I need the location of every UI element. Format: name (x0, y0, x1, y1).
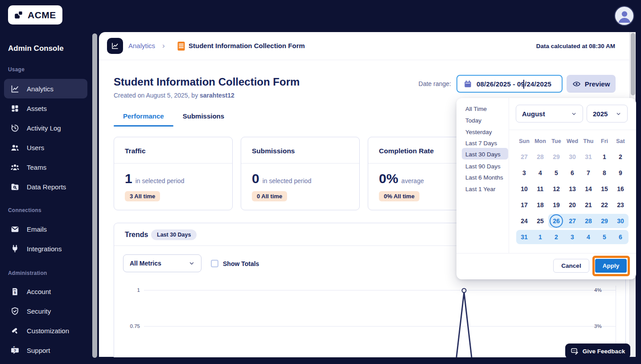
metrics-select[interactable]: All Metrics (123, 254, 201, 272)
tab-performance[interactable]: Performance (114, 109, 173, 127)
calendar-day[interactable]: 3 (516, 165, 532, 181)
calendar-day[interactable]: 31 (580, 149, 596, 165)
picker-divider (509, 130, 636, 130)
calendar-day[interactable]: 9 (612, 165, 629, 181)
calendar-day[interactable]: 14 (580, 181, 596, 197)
calendar-day[interactable]: 19 (548, 197, 564, 213)
breadcrumb-link-analytics[interactable]: Analytics (128, 42, 155, 49)
calendar-day[interactable]: 27 (516, 149, 532, 165)
sidebar-item-analytics[interactable]: Analytics (4, 79, 87, 98)
page-title: Student Information Collection Form (114, 76, 300, 88)
date-range-input[interactable]: 08/26/2025 - 09/24/2025 (456, 75, 563, 93)
calendar-day[interactable]: 11 (532, 181, 548, 197)
preset-last-90-days[interactable]: Last 90 Days (465, 163, 508, 170)
sidebar-item-account[interactable]: $ Account (4, 282, 87, 301)
right-axis-tick: 3% (594, 323, 602, 329)
sidebar-item-security[interactable]: Security (4, 301, 87, 321)
calendar-day[interactable]: 25 (532, 213, 548, 229)
calendar-day[interactable]: 20 (564, 197, 580, 213)
content-scrollbar-thumb[interactable] (631, 33, 635, 95)
all-time-badge: 0% All time (379, 191, 419, 201)
sidebar-item-data-reports[interactable]: Data Reports (4, 177, 87, 196)
folder-search-icon (10, 182, 20, 192)
apply-button[interactable]: Apply (595, 259, 627, 273)
preset-today[interactable]: Today (465, 117, 508, 124)
sidebar-item-assets[interactable]: Assets (4, 98, 87, 118)
calendar-day[interactable]: 15 (596, 181, 612, 197)
calendar-day[interactable]: 12 (548, 181, 564, 197)
card-title: Submissions (252, 147, 295, 155)
calendar-day[interactable]: 1 (596, 149, 612, 165)
date-range-picker-dropdown: All Time Today Yesterday Last 7 Days Las… (456, 98, 636, 279)
preset-last-30-days[interactable]: Last 30 Days (465, 151, 508, 158)
calendar-day[interactable]: 10 (516, 181, 532, 197)
calendar-day[interactable]: 29 (596, 213, 612, 229)
calendar-day[interactable]: 31 (516, 229, 532, 245)
calendar-day[interactable]: 27 (564, 213, 580, 229)
sidebar-scrollbar[interactable] (92, 33, 97, 358)
calendar-day[interactable]: 8 (596, 165, 612, 181)
sidebar-item-support[interactable]: ?« Support (4, 340, 87, 360)
calendar-day[interactable]: 13 (564, 181, 580, 197)
give-feedback-button[interactable]: Give Feedback (565, 344, 630, 359)
sidebar-item-teams[interactable]: Teams (4, 157, 87, 177)
card-value-suffix: average (401, 177, 424, 184)
sidebar-item-integrations[interactable]: Integrations (4, 239, 87, 258)
weekday-label: Wed (564, 138, 580, 144)
calendar-day[interactable]: 30 (612, 213, 629, 229)
sidebar-item-label: Activity Log (27, 124, 61, 132)
preset-last-6-months[interactable]: Last 6 Months (465, 174, 508, 181)
weekday-label: Sat (612, 138, 629, 144)
chart-gridline (144, 326, 616, 327)
calendar-day[interactable]: 6 (612, 229, 629, 245)
weekday-label: Mon (532, 138, 548, 144)
calendar-day[interactable]: 4 (532, 165, 548, 181)
data-calculated-text: Data calculated at 08:30 AM (536, 43, 615, 49)
preset-all-time[interactable]: All Time (465, 106, 508, 112)
all-time-badge: 0 All time (252, 191, 287, 201)
calendar-day[interactable]: 1 (532, 229, 548, 245)
show-totals-checkbox[interactable] (211, 260, 218, 267)
preset-last-7-days[interactable]: Last 7 Days (465, 140, 508, 147)
sidebar-section-usage: Usage (8, 66, 91, 73)
preset-yesterday[interactable]: Yesterday (465, 129, 508, 135)
calendar-day[interactable]: 24 (516, 213, 532, 229)
calendar-day[interactable]: 7 (580, 165, 596, 181)
cancel-button[interactable]: Cancel (553, 259, 589, 273)
calendar-day[interactable]: 17 (516, 197, 532, 213)
tab-submissions[interactable]: Submissions (173, 109, 234, 127)
preset-last-1-year[interactable]: Last 1 Year (465, 186, 508, 192)
calendar-day[interactable]: 3 (564, 229, 580, 245)
chart-gridline (144, 290, 616, 290)
card-value-suffix: in selected period (136, 177, 185, 184)
calendar-day[interactable]: 2 (612, 149, 629, 165)
user-avatar[interactable] (614, 6, 634, 26)
stat-card-traffic: Traffic 1in selected period 3 All time (114, 137, 233, 210)
sidebar-item-users[interactable]: Users (4, 138, 87, 157)
month-select[interactable]: August (516, 105, 583, 123)
calendar-day[interactable]: 29 (548, 149, 564, 165)
calendar-day[interactable]: 5 (596, 229, 612, 245)
calendar-day[interactable]: 23 (612, 197, 629, 213)
year-select[interactable]: 2025 (587, 105, 628, 123)
calendar-day[interactable]: 22 (596, 197, 612, 213)
calendar-day[interactable]: 16 (612, 181, 629, 197)
calendar-day[interactable]: 5 (548, 165, 564, 181)
calendar-day[interactable]: 30 (564, 149, 580, 165)
sidebar-item-customization[interactable]: Customization (4, 321, 87, 340)
calendar-day[interactable]: 2 (548, 229, 564, 245)
right-axis-tick: 4% (594, 287, 602, 293)
calendar-day[interactable]: 6 (564, 165, 580, 181)
calendar-day[interactable]: 28 (532, 149, 548, 165)
acme-logo[interactable]: ACME (8, 5, 62, 25)
calendar-day[interactable]: 18 (532, 197, 548, 213)
calendar-icon (464, 80, 472, 88)
sidebar-item-activity-log[interactable]: Activity Log (4, 118, 87, 138)
preview-button[interactable]: Preview (567, 75, 616, 93)
calendar-day[interactable]: 21 (580, 197, 596, 213)
sidebar-item-emails[interactable]: Emails (4, 219, 87, 239)
calendar-day[interactable]: 28 (580, 213, 596, 229)
calendar-day[interactable]: 4 (580, 229, 596, 245)
range-start-ring (550, 214, 563, 228)
sidebar-section-connections: Connections (8, 207, 91, 213)
